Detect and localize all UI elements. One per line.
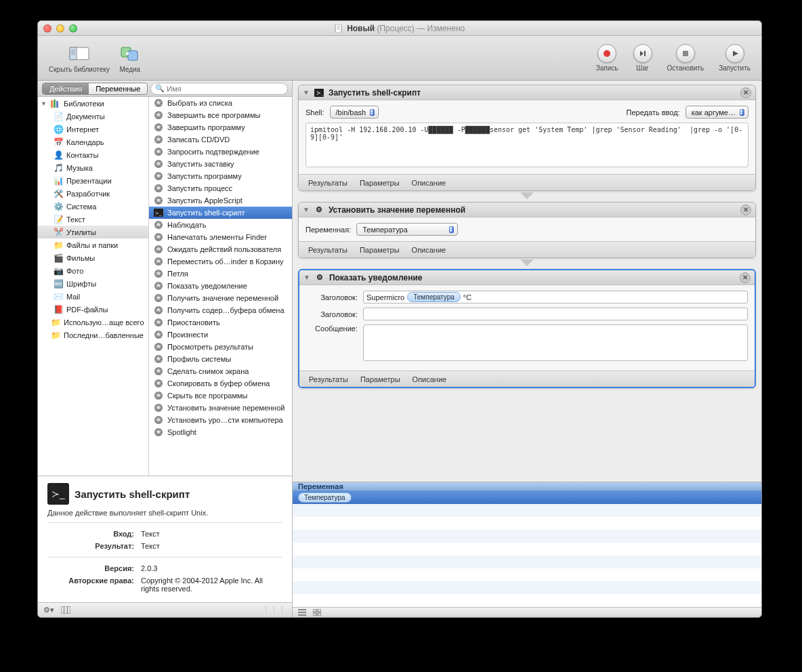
card-tab-params[interactable]: Параметры xyxy=(360,246,400,254)
action-list-item[interactable]: Выбрать из списка xyxy=(149,97,292,109)
close-icon[interactable]: ✕ xyxy=(740,205,751,215)
action-list-item[interactable]: Запустить заставку xyxy=(149,158,292,170)
action-list-item[interactable]: Ожидать действий пользователя xyxy=(149,243,292,255)
action-list-item[interactable]: Переместить об…inder в Корзину xyxy=(149,255,292,268)
tree-item[interactable]: 👤Контакты xyxy=(38,148,148,161)
action-notification[interactable]: ▼ ⚙︎ Показать уведомление ✕ Заголовок: S… xyxy=(298,269,756,388)
variable-token[interactable]: Температура xyxy=(298,492,352,503)
search-input[interactable]: 🔍 xyxy=(150,83,288,95)
tree-item[interactable]: 📅Календарь xyxy=(38,135,148,148)
notify-subtitle-field[interactable] xyxy=(363,308,748,320)
grid-view-icon[interactable] xyxy=(313,609,321,616)
action-list-item[interactable]: Установить значение переменной xyxy=(149,402,292,414)
action-list-item[interactable]: Запустить программу xyxy=(149,170,292,182)
close-window-icon[interactable] xyxy=(43,24,51,33)
shell-select[interactable]: /bin/bash▲▼ xyxy=(330,106,379,119)
notify-message-field[interactable] xyxy=(363,324,748,361)
action-set-variable[interactable]: ▼ ⚙︎ Установить значение переменной ✕ Пе… xyxy=(298,202,756,258)
tree-item[interactable]: ✂️Утилиты xyxy=(38,226,148,238)
zoom-window-icon[interactable] xyxy=(69,24,77,33)
variable-pane-header[interactable]: Переменная xyxy=(293,482,761,491)
record-button[interactable]: Запись xyxy=(592,44,622,72)
action-list-item[interactable]: Петля xyxy=(149,268,292,280)
variable-token[interactable]: Температура xyxy=(407,292,461,302)
action-list-item[interactable]: Приостановить xyxy=(149,316,292,329)
close-icon[interactable]: ✕ xyxy=(740,272,751,283)
workflow-canvas[interactable]: ▼ ≻_ Запустить shell-скрипт ✕ Shell: /bi… xyxy=(293,81,761,482)
card-tab-results[interactable]: Результаты xyxy=(308,179,347,187)
columns-icon[interactable] xyxy=(61,606,70,614)
tree-item[interactable]: 🎵Музыка xyxy=(38,161,148,174)
run-button[interactable]: Запустить xyxy=(715,44,755,72)
tree-item[interactable]: 📄Документы xyxy=(38,110,148,123)
disclosure-icon[interactable]: ▼ xyxy=(303,274,310,281)
action-list-item[interactable]: Напечатать элементы Finder xyxy=(149,231,292,243)
disclosure-icon[interactable]: ▼ xyxy=(303,89,310,96)
stop-button[interactable]: Остановить xyxy=(663,44,709,72)
action-list-item[interactable]: Получить содер…буфера обмена xyxy=(149,304,292,316)
handle-icon[interactable]: ⋮⋮⋮ xyxy=(262,606,287,614)
pass-input-select[interactable]: как аргуме…▲▼ xyxy=(685,106,748,119)
list-view-icon[interactable] xyxy=(298,609,306,616)
library-tree[interactable]: ▼ Библиотеки 📄Документы🌐Интернет📅Календа… xyxy=(38,97,149,476)
variable-select[interactable]: Температура▲▼ xyxy=(356,223,458,236)
card-tab-desc[interactable]: Описание xyxy=(413,375,447,383)
media-button[interactable]: Медиа xyxy=(114,43,146,73)
action-list-item[interactable]: Произнести xyxy=(149,329,292,341)
tree-item[interactable]: 🛠️Разработчик xyxy=(38,187,148,200)
tree-item[interactable]: 📁Использую…аще всего xyxy=(38,316,148,329)
card-title: Запустить shell-скрипт xyxy=(329,88,421,98)
card-tab-results[interactable]: Результаты xyxy=(308,246,347,254)
tree-item[interactable]: ✉️Mail xyxy=(38,290,148,303)
action-shell-script[interactable]: ▼ ≻_ Запустить shell-скрипт ✕ Shell: /bi… xyxy=(298,85,756,191)
disclosure-icon[interactable]: ▼ xyxy=(303,206,310,213)
card-tab-params[interactable]: Параметры xyxy=(360,179,400,187)
hide-library-button[interactable]: Скрыть библиотеку xyxy=(45,43,114,73)
tree-item[interactable]: 📁Последни…бавленные xyxy=(38,329,148,341)
action-list-item[interactable]: Просмотреть результаты xyxy=(149,341,292,353)
action-list-item[interactable]: Показать уведомление xyxy=(149,280,292,292)
actions-list[interactable]: Выбрать из спискаЗавершить все программы… xyxy=(149,97,292,476)
tree-item[interactable]: 📕PDF-файлы xyxy=(38,303,148,316)
step-button[interactable]: Шаг xyxy=(629,44,656,72)
card-tab-results[interactable]: Результаты xyxy=(309,375,348,383)
card-tab-desc[interactable]: Описание xyxy=(412,246,446,254)
action-list-item[interactable]: Установить уро…сти компьютера xyxy=(149,414,292,426)
variable-list[interactable]: Температура xyxy=(293,491,761,607)
tree-item[interactable]: 🌐Интернет xyxy=(38,123,148,135)
card-tab-params[interactable]: Параметры xyxy=(360,375,400,383)
action-list-item[interactable]: Запустить AppleScript xyxy=(149,194,292,207)
tree-root[interactable]: ▼ Библиотеки xyxy=(38,97,148,110)
action-list-item[interactable]: Spotlight xyxy=(149,426,292,438)
action-list-item[interactable]: Получить значение переменной xyxy=(149,292,292,304)
action-list-item[interactable]: Запустить процесс xyxy=(149,182,292,194)
minimize-window-icon[interactable] xyxy=(56,24,64,33)
tree-item[interactable]: 📊Презентации xyxy=(38,174,148,187)
card-tab-desc[interactable]: Описание xyxy=(412,179,446,187)
action-list-item[interactable]: Профиль системы xyxy=(149,353,292,365)
action-list-item[interactable]: Записать CD/DVD xyxy=(149,133,292,146)
action-list-item[interactable]: Скопировать в буфер обмена xyxy=(149,377,292,390)
action-list-item[interactable]: ≻_Запустить shell-скрипт xyxy=(149,207,292,219)
variable-row[interactable]: Температура xyxy=(293,491,761,504)
tab-variables[interactable]: Переменные xyxy=(89,83,147,94)
action-list-item[interactable]: Скрыть все программы xyxy=(149,390,292,402)
action-list-item[interactable]: Наблюдать xyxy=(149,219,292,231)
action-list-item[interactable]: Сделать снимок экрана xyxy=(149,365,292,377)
category-icon: ✂️ xyxy=(53,227,64,238)
action-list-item[interactable]: Завершить все программы xyxy=(149,109,292,121)
gear-icon[interactable]: ⚙︎▾ xyxy=(43,606,54,614)
close-icon[interactable]: ✕ xyxy=(740,87,751,98)
tree-item[interactable]: ⚙️Система xyxy=(38,200,148,213)
tab-actions[interactable]: Действия xyxy=(43,83,89,94)
tree-item[interactable]: 🎬Фильмы xyxy=(38,251,148,264)
action-list-item[interactable]: Завершить программу xyxy=(149,121,292,133)
action-list-item[interactable]: Запросить подтверждение xyxy=(149,146,292,158)
shell-script-textarea[interactable] xyxy=(305,123,748,167)
notify-title-field[interactable]: Supermicro Температура °C xyxy=(363,291,748,303)
tree-item[interactable]: 📁Файлы и папки xyxy=(38,238,148,251)
tree-item[interactable]: 📝Текст xyxy=(38,213,148,226)
disclosure-icon[interactable]: ▼ xyxy=(41,100,47,107)
tree-item[interactable]: 📷Фото xyxy=(38,264,148,277)
tree-item[interactable]: 🔤Шрифты xyxy=(38,277,148,290)
